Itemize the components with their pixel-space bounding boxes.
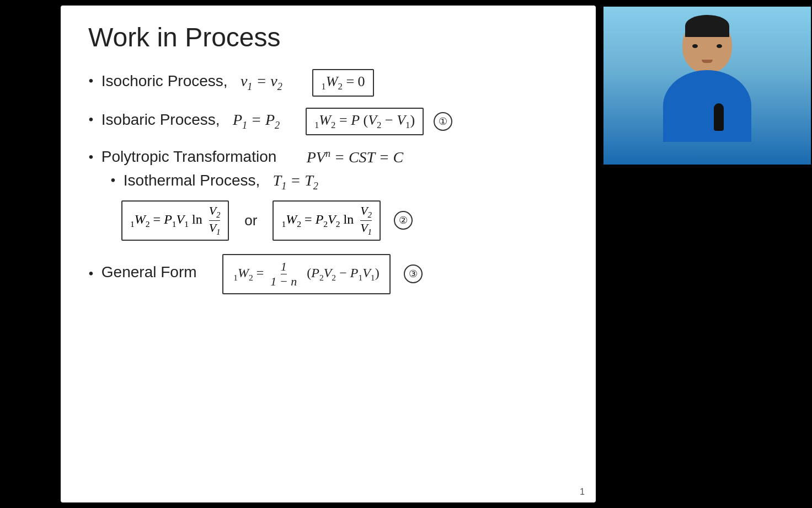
bullet-dot-4: •	[110, 172, 116, 189]
isothermal-text: Isothermal Process, T1 = T2	[124, 172, 318, 192]
polytropic-formula: PVn = CST = C	[307, 149, 404, 166]
person-mouth	[702, 60, 713, 63]
general-form-formula: 1W2 = 1 1 − n (P2V2 − P1V1)	[222, 254, 390, 294]
slide-panel: Work in Process • Isochoric Process, v1 …	[61, 6, 596, 502]
general-form-text: General Form 1W2 = 1 1 − n (P2V2 − P1V1)	[101, 254, 391, 294]
polytropic-text: Polytropic Transformation PVn = CST = C	[101, 147, 403, 166]
isothermal-condition: T1 = T2	[273, 172, 318, 189]
webcam-background	[603, 7, 811, 165]
circle-3: ③	[404, 264, 423, 283]
general-form-bullet: • General Form 1W2 = 1 1 − n (P2V2 − P1V…	[88, 254, 568, 294]
webcam-overlay	[602, 6, 812, 166]
isobaric-formula: 1W2 = P (V2 − V1)	[306, 108, 424, 135]
person-eyes	[692, 44, 722, 48]
page-number: 1	[580, 487, 585, 497]
bullet-dot-1: •	[88, 72, 94, 90]
isothermal-formula-1: 1W2 = P1V1 ln V2 V1	[121, 200, 229, 240]
isochoric-formula: 1W2 = 0	[312, 69, 373, 97]
circle-2: ②	[394, 211, 413, 230]
person-hair	[685, 15, 729, 37]
person-body	[663, 70, 751, 142]
isobaric-condition: P1 = P2	[233, 111, 280, 128]
isothermal-formula-2: 1W2 = P2V2 ln V2 V1	[273, 200, 380, 240]
person-figure	[663, 18, 751, 145]
bullet-dot-2: •	[88, 111, 94, 129]
isobaric-text: Isobaric Process, P1 = P2 1W2 = P (V2 − …	[101, 108, 424, 135]
circle-1: ①	[434, 112, 452, 131]
slide-title: Work in Process	[88, 22, 568, 52]
person-head	[682, 18, 732, 73]
isothermal-formula-row: 1W2 = P1V1 ln V2 V1 or 1W2 = P2V2 ln V2 …	[121, 200, 568, 240]
or-label: or	[244, 212, 257, 229]
isobaric-bullet: • Isobaric Process, P1 = P2 1W2 = P (V2 …	[88, 108, 568, 135]
bullet-dot-3: •	[88, 149, 94, 166]
bullet-dot-5: •	[88, 265, 94, 283]
isochoric-text: Isochoric Process, v1 = v2 1W2 = 0	[101, 69, 374, 97]
isochoric-bullet: • Isochoric Process, v1 = v2 1W2 = 0	[88, 69, 568, 97]
isothermal-sub-bullet: • Isothermal Process, T1 = T2	[110, 172, 568, 192]
polytropic-bullet: • Polytropic Transformation PVn = CST = …	[88, 147, 568, 166]
isochoric-condition: v1 = v2	[241, 72, 282, 89]
person-mic	[714, 103, 724, 131]
